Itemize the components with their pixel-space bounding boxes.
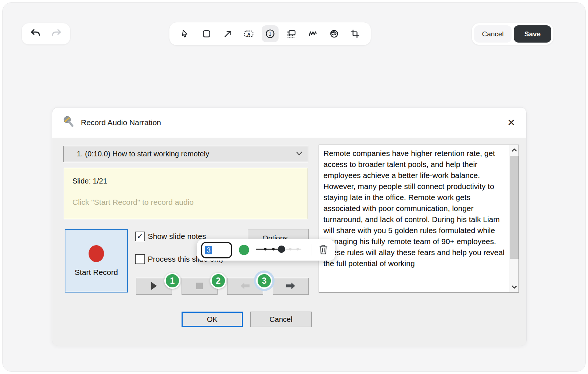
trash-icon xyxy=(319,244,328,256)
rectangle-icon xyxy=(202,29,211,39)
scribble-tool-button[interactable] xyxy=(325,25,342,42)
notes-scrollbar[interactable] xyxy=(509,145,519,292)
checkbox-checked-icon: ✓ xyxy=(135,232,145,241)
blur-pixelate-icon xyxy=(286,29,297,39)
stop-icon xyxy=(196,282,203,291)
play-icon xyxy=(150,282,158,291)
freehand-marker-icon xyxy=(308,29,318,39)
chevron-up-icon xyxy=(512,147,517,153)
next-slide-button[interactable] xyxy=(273,278,309,295)
text-icon: A xyxy=(244,29,254,39)
record-audio-narration-dialog: Record Audio Narration ✕ 1. (0:10.0) How… xyxy=(52,107,527,346)
dialog-titlebar: Record Audio Narration ✕ xyxy=(52,108,526,138)
ok-button[interactable]: OK xyxy=(182,312,243,327)
arrow-icon xyxy=(223,29,233,39)
select-tool-button[interactable] xyxy=(177,25,194,42)
step-number-tool-button[interactable]: 1 xyxy=(262,25,279,42)
scribble-out-icon xyxy=(329,29,339,39)
text-tool-button[interactable]: A xyxy=(240,25,257,42)
step-badge-2[interactable]: 2 xyxy=(210,273,226,289)
undo-button[interactable] xyxy=(28,26,43,41)
step-badge-1[interactable]: 1 xyxy=(164,273,180,289)
size-slider[interactable] xyxy=(254,245,303,255)
chevron-down-icon xyxy=(512,284,517,290)
badge-properties-toolbar: 3 xyxy=(197,239,335,261)
arrow-left-icon xyxy=(240,282,250,291)
delete-badge-button[interactable] xyxy=(319,244,328,256)
editor-cancel-button[interactable]: Cancel xyxy=(474,25,512,43)
freehand-tool-button[interactable] xyxy=(304,25,321,42)
svg-text:1: 1 xyxy=(269,32,272,37)
toolbar-divider xyxy=(312,244,312,255)
slide-notes-text: Remote companies have higher retention r… xyxy=(319,145,509,292)
redo-button[interactable] xyxy=(49,26,64,41)
show-slide-notes-label: Show slide notes xyxy=(148,232,206,241)
redo-icon xyxy=(51,28,62,40)
show-slide-notes-checkbox[interactable]: ✓ Show slide notes xyxy=(135,232,206,241)
blur-tool-button[interactable] xyxy=(283,25,300,42)
slide-dropdown-value: 1. (0:10.0) How to start working remotel… xyxy=(77,150,295,158)
cursor-icon xyxy=(180,29,190,39)
editor-save-button[interactable]: Save xyxy=(514,25,551,43)
recording-status-box: Slide: 1/21 Click "Start Record" to reco… xyxy=(64,168,308,219)
annotation-tools-toolbar: A 1 xyxy=(169,22,371,45)
dialog-close-button[interactable]: ✕ xyxy=(507,118,515,127)
chevron-down-icon xyxy=(295,151,303,157)
arrow-right-icon xyxy=(286,282,295,291)
svg-text:A: A xyxy=(247,32,250,36)
undo-redo-group xyxy=(22,23,70,44)
close-icon: ✕ xyxy=(507,117,515,128)
slide-notes-panel: Remote companies have higher retention r… xyxy=(319,145,519,293)
numbered-step-icon: 1 xyxy=(265,29,275,39)
start-record-button[interactable]: Start Record xyxy=(65,229,128,293)
dialog-cancel-button[interactable]: Cancel xyxy=(250,312,312,327)
editor-actions-group: Cancel Save xyxy=(472,23,553,45)
arrow-tool-button[interactable] xyxy=(219,25,236,42)
undo-icon xyxy=(30,28,41,40)
dialog-title: Record Audio Narration xyxy=(81,118,161,127)
slide-dropdown[interactable]: 1. (0:10.0) How to start working remotel… xyxy=(63,146,308,162)
scroll-up-button[interactable] xyxy=(509,145,519,155)
badge-number-input[interactable]: 3 xyxy=(201,242,232,258)
crop-icon xyxy=(350,29,360,39)
checkbox-unchecked-icon xyxy=(135,254,145,264)
rectangle-tool-button[interactable] xyxy=(198,25,215,42)
microphone-icon xyxy=(63,116,74,130)
scrollbar-thumb[interactable] xyxy=(510,156,519,259)
color-swatch-green[interactable] xyxy=(239,245,249,255)
slide-counter: Slide: 1/21 xyxy=(72,177,300,185)
start-record-label: Start Record xyxy=(75,268,118,277)
badge-number-value: 3 xyxy=(205,246,212,254)
crop-tool-button[interactable] xyxy=(347,25,363,42)
scroll-down-button[interactable] xyxy=(509,282,519,292)
record-hint: Click "Start Record" to record audio xyxy=(72,198,300,207)
step-badge-3-selected[interactable]: 3 xyxy=(256,273,272,289)
screenshot-editor-canvas: A 1 xyxy=(2,2,586,372)
record-dot-icon xyxy=(89,245,104,262)
